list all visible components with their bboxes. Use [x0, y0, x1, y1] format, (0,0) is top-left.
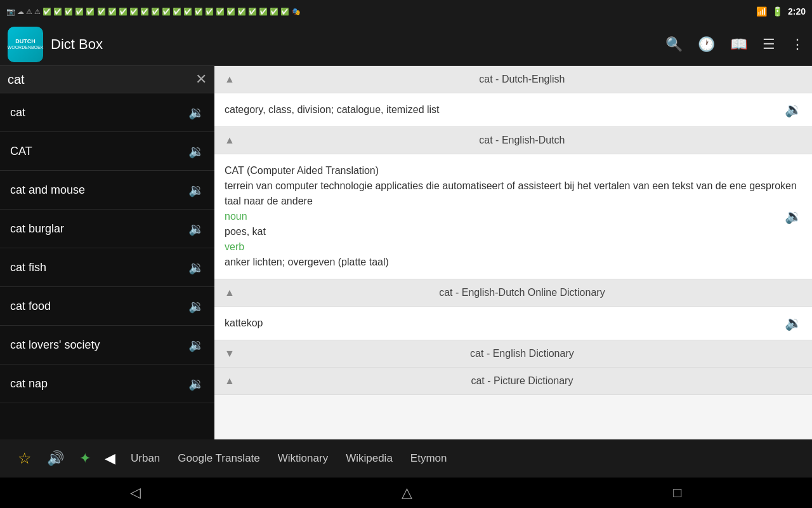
sidebar-item-label: cat — [10, 106, 25, 119]
section-body-english-dutch: CAT (Computer Aided Translation)terrein … — [214, 154, 812, 279]
section-header-english-dictionary[interactable]: ▼ cat - English Dictionary — [214, 340, 812, 368]
status-right: 📶 🔋 2:20 — [756, 6, 806, 17]
search-input[interactable] — [8, 72, 195, 87]
sidebar-item[interactable]: cat food 🔉 — [0, 287, 214, 326]
section-speaker-icon[interactable]: 🔉 — [785, 315, 802, 331]
item-speaker-icon[interactable]: 🔉 — [188, 221, 204, 236]
toolbar-link-urban[interactable]: Urban — [122, 452, 169, 465]
sidebar-item[interactable]: cat 🔉 — [0, 93, 214, 132]
clear-button[interactable]: ✕ — [195, 71, 207, 88]
toolbar-link-google-translate[interactable]: Google Translate — [169, 452, 268, 465]
speaker-button[interactable]: 🔊 — [39, 450, 72, 467]
sidebar-item-label: cat and mouse — [10, 184, 85, 197]
sidebar-item[interactable]: cat burglar 🔉 — [0, 210, 214, 248]
home-button[interactable]: △ — [402, 485, 412, 501]
battery-icon: 🔋 — [772, 6, 783, 17]
wifi-icon: 📶 — [756, 6, 767, 17]
chevron-icon: ▲ — [225, 74, 235, 85]
section-title: cat - English-Dutch — [242, 135, 802, 146]
item-speaker-icon[interactable]: 🔉 — [188, 260, 204, 275]
section-header-dutch-english[interactable]: ▲ cat - Dutch-English — [214, 66, 812, 93]
section-title: cat - Dutch-English — [242, 74, 802, 85]
notification-icons: 📷 ☁ ⚠ ⚠ ✅ ✅ ✅ ✅ ✅ ✅ ✅ ✅ ✅ ✅ ✅ ✅ ✅ ✅ ✅ ✅ … — [6, 8, 301, 16]
item-speaker-icon[interactable]: 🔉 — [188, 144, 204, 159]
section-body-dutch-english: category, class, division; catalogue, it… — [214, 93, 812, 127]
section-speaker-icon[interactable]: 🔉 — [785, 208, 802, 225]
section-title: cat - Picture Dictionary — [242, 375, 802, 387]
item-speaker-icon[interactable]: 🔉 — [188, 337, 204, 352]
app-logo: DUTCH WOORDENBOEK — [8, 27, 43, 62]
sidebar-item[interactable]: cat lovers' society 🔉 — [0, 326, 214, 364]
logo-line1: DUTCH — [15, 38, 36, 45]
menu-button[interactable]: ☰ — [763, 36, 775, 53]
toolbar-link-wiktionary[interactable]: Wiktionary — [269, 452, 337, 465]
sidebar-item-label: cat food — [10, 300, 51, 313]
section-title: cat - English Dictionary — [242, 348, 802, 359]
toolbar-link-etymon[interactable]: Etymon — [402, 452, 456, 465]
sidebar: ✕ cat 🔉 CAT 🔉 cat and mouse 🔉 cat burgla… — [0, 66, 214, 439]
status-bar: 📷 ☁ ⚠ ⚠ ✅ ✅ ✅ ✅ ✅ ✅ ✅ ✅ ✅ ✅ ✅ ✅ ✅ ✅ ✅ ✅ … — [0, 0, 812, 23]
chevron-icon: ▲ — [225, 375, 235, 387]
toolbar-link-wikipedia[interactable]: Wikipedia — [337, 452, 402, 465]
chevron-icon: ▲ — [225, 135, 235, 146]
more-button[interactable]: ⋮ — [790, 36, 804, 53]
item-speaker-icon[interactable]: 🔉 — [188, 376, 204, 391]
magic-button[interactable]: ✦ — [72, 450, 98, 467]
section-header-online-dictionary[interactable]: ▲ cat - English-Dutch Online Dictionary — [214, 279, 812, 307]
section-title: cat - English-Dutch Online Dictionary — [242, 287, 802, 298]
nav-bar: ◁ △ □ — [0, 478, 812, 508]
back-nav-button[interactable]: ◀ — [98, 450, 122, 467]
sidebar-item-label: CAT — [10, 145, 32, 158]
bottom-toolbar: ☆ 🔊 ✦ ◀ UrbanGoogle TranslateWiktionaryW… — [0, 439, 812, 478]
sidebar-item-label: cat lovers' society — [10, 338, 100, 352]
book-button[interactable]: 📖 — [730, 36, 747, 53]
app-bar-icons: 🔍 🕐 📖 ☰ ⋮ — [665, 36, 804, 53]
recents-button[interactable]: □ — [673, 485, 681, 501]
back-button[interactable]: ◁ — [130, 485, 141, 501]
chevron-icon: ▲ — [225, 287, 235, 298]
sidebar-item[interactable]: cat and mouse 🔉 — [0, 171, 214, 210]
content-area: ▲ cat - Dutch-English category, class, d… — [214, 66, 812, 439]
item-speaker-icon[interactable]: 🔉 — [188, 298, 204, 314]
sidebar-item[interactable]: cat fish 🔉 — [0, 248, 214, 287]
chevron-icon: ▼ — [225, 348, 235, 359]
sidebar-item[interactable]: cat nap 🔉 — [0, 364, 214, 403]
app-title: Dict Box — [51, 36, 658, 53]
main-layout: ✕ cat 🔉 CAT 🔉 cat and mouse 🔉 cat burgla… — [0, 66, 812, 439]
search-button[interactable]: 🔍 — [665, 36, 683, 53]
logo-line2: WOORDENBOEK — [8, 45, 44, 50]
time-display: 2:20 — [788, 6, 806, 17]
sidebar-item-label: cat burglar — [10, 222, 64, 236]
section-header-picture-dictionary[interactable]: ▲ cat - Picture Dictionary — [214, 368, 812, 395]
sidebar-list: cat 🔉 CAT 🔉 cat and mouse 🔉 cat burglar … — [0, 93, 214, 439]
section-speaker-icon[interactable]: 🔉 — [785, 102, 802, 118]
sidebar-item[interactable]: CAT 🔉 — [0, 132, 214, 171]
favorite-button[interactable]: ☆ — [10, 450, 39, 467]
section-body-online-dictionary: kattekop🔉 — [214, 307, 812, 340]
history-button[interactable]: 🕐 — [698, 36, 715, 53]
item-speaker-icon[interactable]: 🔉 — [188, 105, 204, 120]
item-speaker-icon[interactable]: 🔉 — [188, 182, 204, 197]
search-bar: ✕ — [0, 66, 214, 93]
app-bar: DUTCH WOORDENBOEK Dict Box 🔍 🕐 📖 ☰ ⋮ — [0, 23, 812, 66]
sidebar-item-label: cat fish — [10, 261, 46, 274]
sidebar-item-label: cat nap — [10, 377, 48, 391]
section-header-english-dutch[interactable]: ▲ cat - English-Dutch — [214, 127, 812, 154]
